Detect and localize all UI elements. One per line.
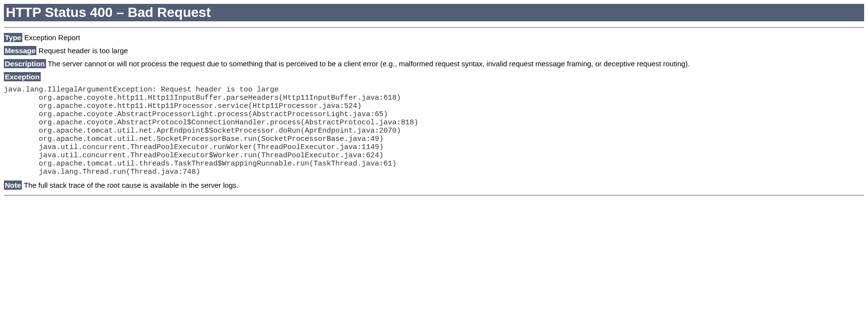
page-title: HTTP Status 400 – Bad Request xyxy=(4,4,864,21)
message-value: Request header is too large xyxy=(39,46,128,55)
type-line: Type Exception Report xyxy=(4,33,864,42)
description-line: Description The server cannot or will no… xyxy=(4,60,864,68)
exception-stacktrace: java.lang.IllegalArgumentException: Requ… xyxy=(4,86,864,176)
exception-heading: Exception xyxy=(4,72,41,81)
description-value: The server cannot or will not process th… xyxy=(47,60,690,68)
description-label: Description xyxy=(4,59,46,68)
message-line: Message Request header is too large xyxy=(4,46,864,55)
type-value: Exception Report xyxy=(24,33,80,42)
note-value: The full stack trace of the root cause i… xyxy=(24,181,238,189)
note-label: Note xyxy=(4,181,22,190)
message-label: Message xyxy=(4,46,36,55)
divider-bottom xyxy=(4,195,864,196)
divider xyxy=(4,27,864,28)
type-label: Type xyxy=(4,33,22,42)
note-line: Note The full stack trace of the root ca… xyxy=(4,181,864,189)
exception-heading-line: Exception xyxy=(4,73,864,81)
